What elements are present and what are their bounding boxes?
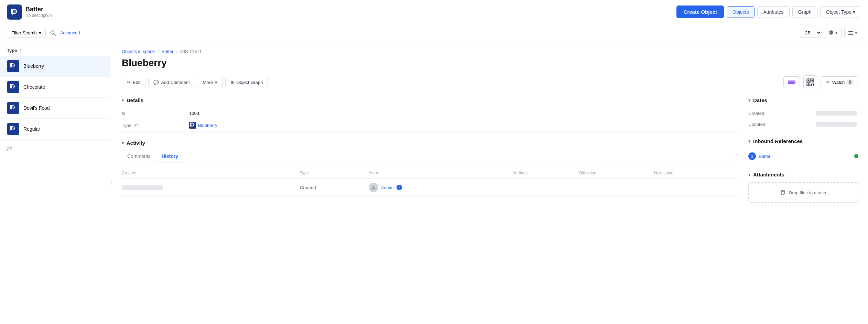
pencil-icon: ✏: [127, 80, 131, 85]
activity-sort-button[interactable]: ↓: [735, 151, 737, 162]
nav-attributes-button[interactable]: Attributes: [757, 6, 789, 18]
activity-tabs: Comments History ↓: [122, 151, 737, 162]
history-actor: Admin i: [369, 179, 512, 197]
more-label: More: [203, 80, 213, 85]
qr-button[interactable]: [803, 75, 817, 89]
inbound-ref-item: 1 Batter: [748, 149, 858, 163]
sidebar-item-devils-food[interactable]: Devil's Food: [0, 98, 110, 119]
svg-rect-31: [811, 84, 812, 86]
inbound-toggle[interactable]: ▾: [748, 139, 750, 144]
sidebar-item-devils-food-label: Devil's Food: [23, 105, 50, 111]
svg-rect-6: [848, 33, 853, 33]
brand: Batter No description: [7, 4, 671, 20]
info-icon[interactable]: i: [397, 185, 402, 190]
inbound-ref-link[interactable]: Batter: [759, 154, 771, 159]
advanced-link[interactable]: Advanced: [60, 30, 80, 35]
history-attribute: [512, 179, 579, 197]
refresh-button[interactable]: ⇄: [7, 145, 12, 153]
svg-rect-22: [791, 82, 794, 83]
activity-toggle[interactable]: ▾: [122, 141, 124, 145]
filter-search-label: Filter Search: [11, 30, 37, 35]
search-button[interactable]: [50, 30, 56, 36]
more-button[interactable]: More ▾: [198, 77, 223, 88]
attachments-section: ▾ Attachments Drop files to attach: [748, 172, 858, 203]
svg-rect-7: [848, 34, 853, 35]
activity-section: ▾ Activity Comments History ↓ Created Ty…: [122, 140, 737, 197]
dates-toggle[interactable]: ▾: [748, 98, 750, 103]
settings-button[interactable]: ▾: [825, 28, 842, 38]
chevron-down-icon: ▾: [853, 9, 855, 15]
activity-section-header: ▾ Activity: [122, 140, 737, 146]
detail-row-type: Type 🏷: Blueberry: [122, 119, 737, 132]
drop-files-label: Drop files to attach: [789, 190, 826, 195]
svg-rect-28: [807, 84, 809, 85]
chevron-down-icon: ▾: [835, 30, 838, 35]
breadcrumb-objects-in-space[interactable]: Objects in space: [122, 49, 155, 54]
nav-object-type-button[interactable]: Object Type ▾: [820, 6, 861, 18]
tag-icon: 🏷: [134, 123, 139, 128]
devils-food-object-icon: [7, 102, 19, 114]
sidebar-item-chocolate[interactable]: Chocolate: [0, 77, 110, 98]
tab-history[interactable]: History: [156, 151, 184, 162]
sidebar-footer: ⇄: [0, 140, 110, 158]
watch-button[interactable]: 👁 Watch 0: [821, 76, 858, 88]
page-size-select[interactable]: 25 10 50 100: [800, 28, 822, 38]
type-value[interactable]: Blueberry: [189, 122, 217, 129]
svg-rect-21: [789, 82, 791, 83]
pin-button[interactable]: [783, 76, 800, 88]
filter-search-button[interactable]: Filter Search ▾: [7, 28, 46, 38]
type-value-label: Blueberry: [198, 123, 217, 128]
updated-label: Updated:: [748, 122, 810, 127]
history-old-value: [579, 179, 654, 197]
sort-icon: ↑: [19, 47, 21, 53]
ref-status-dot: [854, 154, 858, 158]
svg-rect-32: [813, 84, 814, 86]
top-navigation: Batter No description Create Object Obje…: [0, 0, 868, 24]
actor-name[interactable]: Admin: [381, 185, 394, 190]
nav-object-type-label: Object Type: [826, 9, 851, 15]
create-object-button[interactable]: Create Object: [676, 6, 724, 18]
svg-rect-19: [11, 127, 12, 130]
type-object-icon: [189, 122, 196, 129]
add-comment-label: Add Comment: [161, 80, 189, 85]
tab-comments[interactable]: Comments: [122, 151, 156, 162]
id-value: 1003: [189, 111, 199, 116]
actor-cell: Admin i: [369, 183, 512, 192]
svg-point-9: [12, 64, 14, 66]
edit-button[interactable]: ✏ Edit: [122, 77, 145, 88]
svg-point-18: [12, 127, 14, 129]
history-created: [122, 179, 300, 197]
detail-row-updated: Updated:: [748, 119, 858, 130]
add-comment-button[interactable]: 💬 Add Comment: [148, 77, 195, 88]
chevron-down-icon: ▾: [215, 80, 217, 85]
breadcrumb-batter[interactable]: Batter: [162, 49, 174, 54]
col-attribute: Attribute: [512, 168, 579, 179]
object-toolbar: ✏ Edit 💬 Add Comment More ▾ ⊕ Object Gra…: [122, 75, 858, 89]
attachments-toggle[interactable]: ▾: [748, 172, 750, 177]
attachments-dropzone[interactable]: Drop files to attach: [748, 182, 858, 203]
object-title: Blueberry: [122, 57, 858, 68]
chevron-down-icon: ▾: [39, 30, 41, 35]
sidebar-item-regular[interactable]: Regular: [0, 119, 110, 140]
sidebar-item-regular-label: Regular: [23, 126, 40, 132]
nav-graph-button[interactable]: Graph: [792, 6, 817, 18]
sidebar-item-blueberry-label: Blueberry: [23, 63, 44, 69]
search-right-controls: 25 10 50 100 ▾ ▾: [800, 28, 861, 38]
sidebar-item-blueberry[interactable]: Blueberry: [0, 56, 110, 77]
nav-objects-button[interactable]: Objects: [727, 6, 755, 18]
actor-avatar: [369, 183, 378, 192]
breadcrumb: Objects in space / Batter / OIS-11371: [122, 49, 858, 54]
view-toggle-button[interactable]: ▾: [844, 28, 861, 38]
comment-icon: 💬: [153, 80, 159, 85]
main-column: ▾ Details Id: 1003 Type 🏷:: [122, 97, 737, 211]
col-created: Created: [122, 168, 300, 179]
history-row: Created Admin i: [122, 179, 737, 197]
resize-dots: [111, 181, 112, 186]
watch-count: 0: [847, 79, 853, 85]
details-section: ▾ Details Id: 1003 Type 🏷:: [122, 97, 737, 132]
object-graph-button[interactable]: ⊕ Object Graph: [225, 77, 268, 88]
svg-rect-16: [11, 106, 12, 109]
details-toggle[interactable]: ▾: [122, 98, 124, 103]
blurred-date: [122, 185, 163, 190]
svg-line-4: [54, 34, 55, 35]
